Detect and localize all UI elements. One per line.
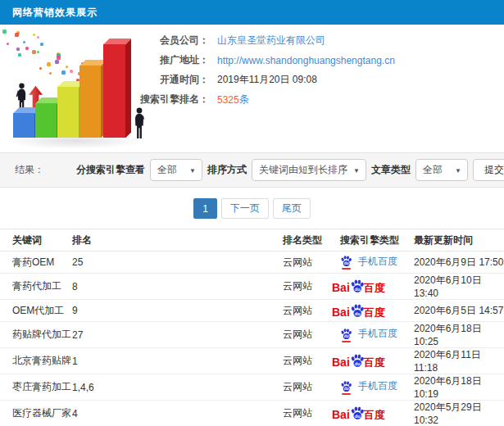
baidu-logo: Baidu百度 <box>332 353 385 368</box>
rank-cell[interactable]: 9 <box>72 300 283 322</box>
pagination: 1 下一页 尾页 <box>0 198 504 219</box>
baidu-logo-cn: 百度 <box>364 307 385 318</box>
col-rank: 排名 <box>72 229 283 252</box>
col-updated: 最新更新时间 <box>414 229 504 252</box>
baidu-paw-icon: du <box>350 303 365 318</box>
baidu-paw-icon: du <box>350 406 365 420</box>
confetti-dot <box>47 62 51 66</box>
mobile-baidu-text: 手机百度 <box>358 255 397 269</box>
article-type-select-value: 全部 <box>423 163 443 177</box>
updated-cell: 2020年6月11日 11:18 <box>414 348 504 374</box>
results-table-header: 关键词 排名 排名类型 搜索引擎类型 最新更新时间 <box>0 229 504 252</box>
filter-controls: 分搜索引擎查看 全部 ▼ 排序方式 关键词由短到长排序 ▼ 文章类型 全部 ▼ … <box>76 159 504 181</box>
promo-url-label: 推广地址： <box>137 53 209 67</box>
company-label: 会员公司： <box>137 34 209 48</box>
keyword-cell: 枣庄膏药加工 <box>0 374 72 401</box>
chevron-down-icon: ▼ <box>353 166 360 174</box>
engine-cell: du手机百度 <box>340 374 414 401</box>
blue-bar <box>13 113 34 138</box>
baidu-paw-icon: du <box>340 328 352 340</box>
confetti-dot <box>39 67 42 70</box>
svg-text:du: du <box>354 287 361 292</box>
sort-select[interactable]: 关键词由短到长排序 ▼ <box>252 159 366 181</box>
col-rank-type: 排名类型 <box>283 229 340 252</box>
info-row-open-time: 开通时间： 2019年11月20日 09:08 <box>137 70 504 89</box>
next-page-button[interactable]: 下一页 <box>221 198 269 219</box>
rank-type-cell: 云网站 <box>283 252 340 274</box>
confetti-dot <box>2 29 7 34</box>
rank-cell[interactable]: 27 <box>72 322 283 348</box>
confetti-dot <box>37 36 39 39</box>
rank-type-cell: 云网站 <box>283 322 340 348</box>
svg-text:du: du <box>344 387 349 391</box>
confetti-dot <box>61 70 66 75</box>
table-row: OEM代加工9云网站Baidu百度2020年6月5日 14:57 <box>0 300 504 322</box>
baidu-logo-cn: 百度 <box>364 410 385 420</box>
confetti-dot <box>18 53 21 57</box>
confetti-dot <box>23 41 25 43</box>
col-engine-type: 搜索引擎类型 <box>340 229 414 252</box>
engine-cell: du手机百度 <box>340 252 414 274</box>
orange-bar <box>79 66 101 138</box>
svg-text:du: du <box>354 414 361 419</box>
info-row-url: 推广地址： http://www.shandonghuangshengtang.… <box>137 51 504 70</box>
red-bar <box>103 44 125 138</box>
confetti-dot <box>70 70 73 73</box>
engine-select[interactable]: 全部 ▼ <box>150 159 202 181</box>
engine-filter-label: 分搜索引擎查看 <box>76 163 145 177</box>
table-row: 膏药代加工8云网站Baidu百度2020年6月10日 13:40 <box>0 274 504 300</box>
confetti-dot <box>57 56 61 60</box>
rank-count-value: 5325 <box>217 94 239 106</box>
chevron-down-icon: ▼ <box>189 166 196 174</box>
results-tbody: 膏药OEM25云网站du手机百度2020年6月9日 17:50膏药代加工8云网站… <box>0 252 504 426</box>
rank-cell[interactable]: 1 <box>72 348 283 374</box>
article-type-select[interactable]: 全部 ▼ <box>415 159 468 181</box>
updated-cell: 2020年6月10日 13:40 <box>414 274 504 300</box>
baidu-logo-cn: 百度 <box>364 357 385 368</box>
mobile-baidu-label: du手机百度 <box>340 379 397 393</box>
green-bar <box>35 103 57 138</box>
company-link[interactable]: 山东皇圣堂药业有限公司 <box>217 34 325 48</box>
mobile-baidu-icon: du <box>340 380 353 393</box>
page-title: 网络营销效果展示 <box>12 6 98 20</box>
baidu-logo-bai: Bai <box>332 356 350 368</box>
keyword-cell: 膏药代加工 <box>0 274 72 300</box>
yellow-bar <box>57 87 79 138</box>
rank-cell[interactable]: 25 <box>72 252 283 274</box>
table-row: 北京膏药贴牌1云网站Baidu百度2020年6月11日 11:18 <box>0 348 504 374</box>
baidu-paw-icon: du <box>350 353 365 368</box>
rank-count-suffix[interactable]: 条 <box>239 93 249 106</box>
info-list: 会员公司： 山东皇圣堂药业有限公司 推广地址： http://www.shand… <box>137 31 504 110</box>
baidu-logo: Baidu百度 <box>332 303 385 318</box>
baidu-logo: Baidu百度 <box>332 279 385 293</box>
baidu-logo-bai: Bai <box>332 282 350 293</box>
confetti-dot <box>15 33 19 37</box>
svg-text:du: du <box>354 310 361 315</box>
engine-cell: Baidu百度 <box>340 274 414 300</box>
rank-cell[interactable]: 1,4,6 <box>72 374 283 401</box>
confetti-dot <box>55 60 59 64</box>
mobile-baidu-label: du手机百度 <box>340 255 397 269</box>
results-table: 关键词 排名 排名类型 搜索引擎类型 最新更新时间 膏药OEM25云网站du手机… <box>0 229 504 426</box>
article-type-label: 文章类型 <box>371 163 411 177</box>
rank-cell[interactable]: 8 <box>72 274 283 300</box>
title-bar: 网络营销效果展示 <box>0 0 504 25</box>
last-page-button[interactable]: 尾页 <box>273 198 311 219</box>
info-section: 会员公司： 山东皇圣堂药业有限公司 推广地址： http://www.shand… <box>0 25 504 152</box>
table-row: 枣庄膏药加工1,4,6云网站du手机百度2020年6月18日 10:19 <box>0 374 504 401</box>
mobile-baidu-text: 手机百度 <box>358 379 397 393</box>
promo-url-link[interactable]: http://www.shandonghuangshengtang.cn <box>217 55 395 66</box>
rank-cell[interactable]: 4 <box>72 401 283 426</box>
confetti-dot <box>16 48 20 51</box>
confetti-dot <box>7 43 9 45</box>
open-time-label: 开通时间： <box>137 73 209 87</box>
mobile-baidu-underline <box>342 268 351 270</box>
page-1-button[interactable]: 1 <box>193 198 217 219</box>
baidu-logo: Baidu百度 <box>332 406 385 420</box>
submit-button[interactable]: 提交 <box>473 159 504 181</box>
col-keyword: 关键词 <box>0 229 72 252</box>
engine-cell: du手机百度 <box>340 322 414 348</box>
updated-cell: 2020年6月18日 10:25 <box>414 322 504 348</box>
table-row: 膏药OEM25云网站du手机百度2020年6月9日 17:50 <box>0 252 504 274</box>
baidu-paw-icon: du <box>350 279 365 293</box>
